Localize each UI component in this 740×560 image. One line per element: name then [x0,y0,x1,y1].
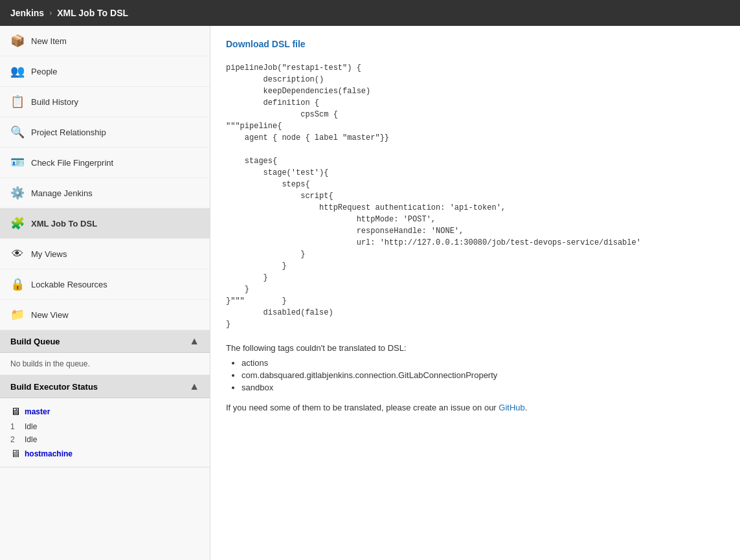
build-history-icon: 📋 [10,95,25,109]
tag-list-item: sandbox [241,383,724,392]
manage-jenkins-label: Manage Jenkins [31,188,93,198]
nav-item-xml-job-to-dsl[interactable]: 🧩 XML Job To DSL [0,208,210,239]
build-executor-section-header[interactable]: Build Executor Status ▲ [0,375,210,398]
footer-note: If you need some of them to be translate… [226,403,724,412]
master-computer-icon: 🖥 [10,406,21,418]
content-area: Download DSL file pipelineJob("restapi-t… [210,26,740,560]
check-file-fingerprint-label: Check File Fingerprint [31,158,113,168]
build-queue-content: No builds in the queue. [0,353,210,375]
build-executor-collapse-icon[interactable]: ▲ [189,381,199,392]
my-views-label: My Views [31,249,67,259]
new-item-icon: 📦 [10,34,25,48]
translation-note: The following tags couldn't be translate… [226,343,724,353]
hostmachine-link[interactable]: hostmachine [25,449,73,458]
executor-row-2: 2Idle [10,433,199,446]
people-icon: 👥 [10,64,25,78]
project-relationship-label: Project Relationship [31,128,106,137]
master-link[interactable]: master [25,407,50,416]
check-file-fingerprint-icon: 🪪 [10,155,25,170]
nav-item-my-views[interactable]: 👁 My Views [0,239,210,269]
build-history-label: Build History [31,97,78,107]
hostmachine-row: 🖥 hostmachine [10,446,199,462]
build-queue-collapse-icon[interactable]: ▲ [189,335,199,347]
executor-num-1: 1 [10,422,21,431]
jenkins-home-link[interactable]: Jenkins [10,8,44,18]
nav-item-manage-jenkins[interactable]: ⚙️ Manage Jenkins [0,178,210,208]
executor-num-2: 2 [10,435,21,444]
project-relationship-icon: 🔍 [10,125,25,139]
tag-list-item: com.dabsquared.gitlabjenkins.connection.… [241,370,724,380]
untranslated-tags-list: actionscom.dabsquared.gitlabjenkins.conn… [241,358,724,392]
sidebar: 📦 New Item 👥 People 📋 Build History 🔍 Pr… [0,26,210,560]
my-views-icon: 👁 [10,247,25,261]
build-queue-title: Build Queue [10,337,60,346]
build-executor-content: 🖥 master 1Idle2Idle 🖥 hostmachine [0,398,210,467]
new-view-icon: 📁 [10,308,25,322]
lockable-resources-icon: 🔒 [10,277,25,291]
executor-row-1: 1Idle [10,420,199,433]
lockable-resources-label: Lockable Resources [31,280,107,289]
hostmachine-icon: 🖥 [10,448,21,460]
breadcrumb-arrow: › [49,8,52,17]
manage-jenkins-icon: ⚙️ [10,186,25,200]
nav-item-new-item[interactable]: 📦 New Item [0,26,210,56]
build-queue-section-header[interactable]: Build Queue ▲ [0,330,210,353]
nav-items: 📦 New Item 👥 People 📋 Build History 🔍 Pr… [0,26,210,330]
header: Jenkins › XML Job To DSL [0,0,740,26]
people-label: People [31,67,57,76]
xml-job-to-dsl-icon: 🧩 [10,216,25,230]
tag-list-item: actions [241,358,724,368]
build-queue-empty-message: No builds in the queue. [10,359,90,368]
footer-note-before: If you need some of them to be translate… [226,403,499,412]
executor-status-1: Idle [25,422,37,431]
main-layout: 📦 New Item 👥 People 📋 Build History 🔍 Pr… [0,26,740,560]
new-view-label: New View [31,310,69,320]
build-executor-title: Build Executor Status [10,382,98,392]
executor-rows: 1Idle2Idle [10,420,199,446]
nav-item-lockable-resources[interactable]: 🔒 Lockable Resources [0,269,210,300]
nav-item-new-view[interactable]: 📁 New View [0,300,210,330]
new-item-label: New Item [31,36,67,46]
nav-item-check-file-fingerprint[interactable]: 🪪 Check File Fingerprint [0,148,210,178]
dsl-code-block: pipelineJob("restapi-test") { descriptio… [226,62,724,330]
download-dsl-link[interactable]: Download DSL file [226,39,306,49]
github-link[interactable]: GitHub [499,403,524,412]
footer-note-after: . [525,403,528,412]
current-page-title: XML Job To DSL [57,8,128,18]
nav-item-build-history[interactable]: 📋 Build History [0,87,210,117]
nav-item-people[interactable]: 👥 People [0,56,210,87]
executor-status-2: Idle [25,435,37,444]
xml-job-to-dsl-label: XML Job To DSL [31,219,97,229]
nav-item-project-relationship[interactable]: 🔍 Project Relationship [0,117,210,148]
